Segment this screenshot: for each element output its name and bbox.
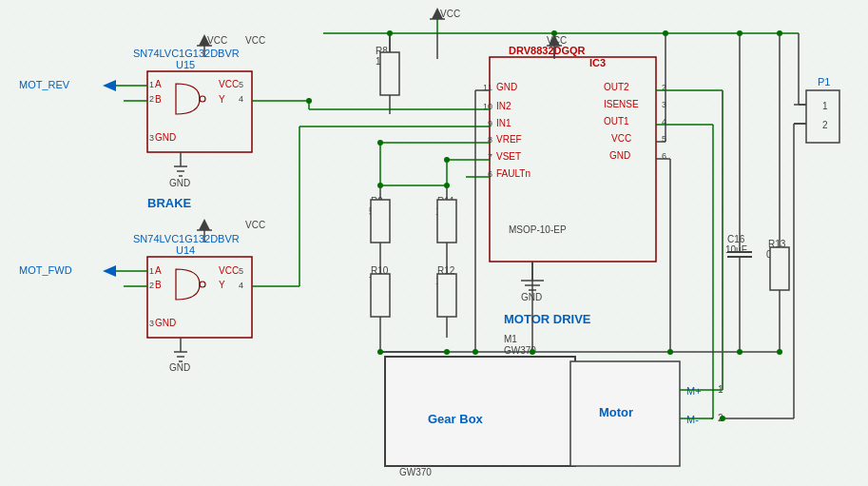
svg-text:FAULTn: FAULTn [496, 168, 530, 179]
svg-point-173 [777, 349, 782, 355]
u15-part-label: SN74LVC1G132DBVR [133, 48, 240, 59]
svg-text:GND: GND [155, 318, 176, 328]
svg-rect-75 [371, 274, 390, 317]
svg-text:3: 3 [149, 133, 154, 143]
svg-point-179 [387, 30, 393, 36]
svg-text:IN2: IN2 [496, 101, 511, 111]
svg-text:OUT1: OUT1 [604, 116, 629, 126]
svg-text:VCC: VCC [207, 35, 227, 46]
svg-text:Y: Y [219, 94, 225, 105]
svg-rect-125 [806, 90, 839, 143]
svg-text:A: A [155, 79, 162, 89]
u14-part-label: SN74LVC1G132DBVR [133, 233, 240, 244]
svg-point-191 [663, 30, 668, 36]
svg-point-182 [777, 30, 782, 36]
svg-text:10uF: 10uF [725, 244, 747, 255]
svg-point-188 [473, 349, 478, 355]
svg-point-178 [306, 98, 312, 104]
svg-text:VCC: VCC [219, 79, 239, 89]
svg-text:VCC: VCC [245, 220, 265, 230]
svg-text:GND: GND [169, 362, 190, 373]
gw370-label: GW370 [399, 467, 432, 477]
svg-point-171 [530, 349, 535, 355]
svg-text:GND: GND [521, 292, 542, 302]
svg-point-184 [444, 157, 450, 163]
svg-text:2: 2 [149, 94, 154, 104]
svg-point-169 [377, 349, 383, 355]
svg-text:VCC: VCC [219, 265, 239, 276]
svg-rect-90 [770, 247, 789, 290]
mot-fwd-label: MOT_FWD [19, 264, 72, 276]
svg-text:GND: GND [169, 178, 190, 188]
svg-point-170 [444, 349, 450, 355]
svg-text:VREF: VREF [496, 134, 522, 145]
svg-text:1: 1 [822, 101, 828, 111]
svg-text:GND: GND [609, 150, 630, 161]
svg-text:4: 4 [239, 94, 243, 104]
svg-point-183 [377, 140, 383, 146]
svg-point-172 [737, 349, 743, 355]
ic3-part-label: DRV8832DGQR [509, 45, 586, 56]
svg-text:B: B [155, 280, 162, 290]
svg-text:1: 1 [149, 80, 154, 89]
svg-text:5: 5 [239, 80, 243, 89]
svg-text:2: 2 [149, 281, 154, 290]
svg-text:5: 5 [239, 266, 243, 276]
svg-point-180 [551, 30, 557, 36]
u15-label: U15 [176, 59, 195, 70]
svg-text:B: B [155, 94, 162, 105]
motor-label: Motor [599, 405, 633, 419]
svg-text:GND: GND [155, 132, 176, 143]
motor-drive-label: MOTOR DRIVE [504, 312, 591, 326]
mot-rev-label: MOT_REV [19, 79, 70, 90]
svg-text:M+: M+ [686, 385, 702, 397]
svg-text:A: A [155, 265, 162, 276]
svg-text:3: 3 [149, 319, 154, 328]
svg-rect-65 [380, 52, 399, 95]
svg-point-177 [720, 416, 725, 421]
svg-text:IN1: IN1 [496, 118, 511, 128]
svg-text:VCC: VCC [440, 9, 460, 19]
svg-text:4: 4 [239, 281, 243, 290]
u14-label: U14 [176, 244, 195, 256]
svg-point-181 [737, 30, 743, 36]
svg-rect-85 [437, 274, 456, 317]
m1-label: M1 [504, 334, 517, 344]
svg-point-194 [667, 349, 673, 355]
svg-text:VCC: VCC [611, 133, 631, 144]
brake-label: BRAKE [147, 196, 192, 210]
svg-text:Y: Y [219, 280, 225, 290]
ic3-package-label: MSOP-10-EP [509, 224, 567, 235]
svg-rect-80 [437, 200, 456, 243]
gearbox-label: Gear Box [428, 412, 484, 426]
p1-label: P1 [818, 76, 830, 87]
ic3-label: IC3 [589, 57, 606, 68]
svg-text:VSET: VSET [496, 151, 521, 162]
svg-text:C16: C16 [727, 234, 745, 244]
schematic-canvas: VCC VCC VCC VCC VCC SN74LVC1G132DBVR U15… [0, 0, 868, 486]
svg-text:1: 1 [149, 266, 154, 276]
svg-text:2: 2 [822, 120, 828, 130]
svg-text:OUT2: OUT2 [604, 82, 629, 92]
svg-text:M-: M- [686, 414, 699, 425]
svg-rect-70 [371, 200, 390, 243]
svg-text:GND: GND [496, 82, 517, 92]
svg-text:VCC: VCC [245, 35, 265, 46]
svg-text:ISENSE: ISENSE [604, 99, 639, 109]
